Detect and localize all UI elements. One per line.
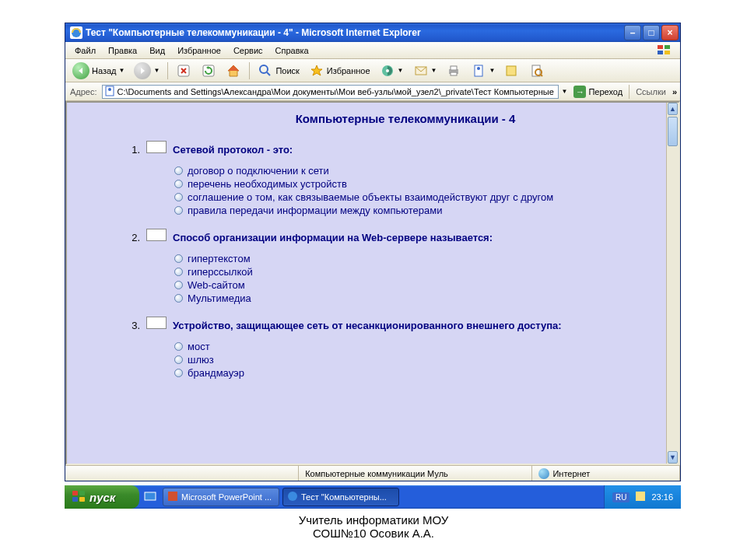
titlebar[interactable]: Тест "Компьютерные телекоммуникации - 4"… (65, 23, 680, 42)
show-desktop-icon[interactable] (144, 490, 156, 504)
start-label: пуск (89, 491, 115, 504)
q2-opt3: Web-сайтом (188, 279, 245, 291)
forward-button[interactable]: ▼ (130, 61, 163, 80)
address-label: Адрес: (68, 87, 99, 96)
toolbar: Назад ▼ ▼ Поиск Избранное ▼ ▼ ▼ (65, 59, 680, 82)
q3-opt1: мост (188, 341, 210, 352)
radio-icon[interactable] (174, 281, 183, 289)
svg-rect-1 (658, 45, 663, 49)
maximize-button[interactable]: □ (643, 25, 660, 40)
scroll-up-icon[interactable]: ▲ (668, 103, 678, 115)
q3-opt2: шлюз (188, 354, 214, 366)
question-2: 2. Способ организации информации на Web-… (160, 229, 651, 304)
menu-favorites[interactable]: Избранное (171, 44, 227, 57)
mail-button[interactable]: ▼ (409, 61, 441, 80)
task-ie-label: Тест "Компьютерны... (301, 492, 387, 502)
start-button[interactable]: пуск (65, 485, 139, 509)
menu-tools[interactable]: Сервис (227, 44, 269, 57)
edit-button[interactable]: ▼ (467, 61, 499, 80)
favorites-label: Избранное (327, 66, 370, 75)
go-button[interactable]: → Переход (570, 85, 626, 99)
task-powerpoint[interactable]: Microsoft PowerPoint ... (163, 488, 279, 506)
page-icon (104, 86, 115, 98)
scroll-down-icon[interactable]: ▼ (668, 451, 678, 464)
q1-opt1: договор о подключении к сети (188, 165, 329, 177)
q2-opt2: гиперссылкой (188, 266, 253, 278)
menubar: Файл Правка Вид Избранное Сервис Справка (65, 42, 680, 59)
q2-score-box[interactable] (146, 229, 167, 241)
statusbar: Компьютерные коммуникации Муль Интернет (65, 465, 680, 481)
slide-footer: Учитель информатики МОУ СОШ№10 Осовик А.… (0, 513, 747, 540)
footer-line1: Учитель информатики МОУ (0, 513, 747, 527)
page-body: Компьютерные телекоммуникации - 4 1. Сет… (67, 103, 666, 464)
close-button[interactable]: × (661, 25, 679, 40)
q1-opt2: перечень необходимых устройств (188, 178, 347, 190)
window-title: Тест "Компьютерные телекоммуникации - 4"… (86, 27, 624, 38)
browser-window: Тест "Компьютерные телекоммуникации - 4"… (65, 23, 681, 481)
system-tray: RU 23:16 (604, 485, 681, 509)
radio-icon[interactable] (174, 206, 183, 215)
svg-point-16 (477, 67, 480, 70)
q3-number: 3. (128, 320, 140, 331)
favorites-button[interactable]: Избранное (305, 61, 374, 80)
q1-opt4: правила передачи информации между компью… (188, 205, 442, 216)
menu-file[interactable]: Файл (68, 44, 102, 57)
svg-rect-24 (168, 492, 177, 501)
svg-line-8 (267, 72, 270, 75)
svg-rect-23 (145, 492, 156, 500)
radio-icon[interactable] (174, 254, 183, 263)
svg-rect-14 (451, 72, 457, 75)
footer-line2: СОШ№10 Осовик А.А. (0, 527, 747, 540)
menu-view[interactable]: Вид (143, 44, 171, 57)
svg-point-7 (260, 65, 268, 73)
refresh-button[interactable] (197, 61, 220, 80)
menu-edit[interactable]: Правка (102, 44, 143, 57)
task-ie[interactable]: Тест "Компьютерны... (282, 488, 399, 506)
radio-icon[interactable] (174, 166, 183, 175)
print-button[interactable] (442, 61, 465, 80)
q3-score-box[interactable] (146, 317, 167, 329)
page-title: Компьютерные телекоммуникации - 4 (160, 112, 651, 125)
lang-indicator[interactable]: RU (612, 492, 630, 502)
q3-opt3: брандмауэр (188, 367, 244, 379)
scroll-thumb[interactable] (668, 117, 678, 146)
research-button[interactable] (525, 61, 549, 80)
stop-button[interactable] (172, 61, 195, 80)
radio-icon[interactable] (174, 193, 183, 201)
address-input[interactable]: C:\Documents and Settings\Александра\Мои… (102, 85, 559, 99)
q1-score-box[interactable] (146, 141, 167, 153)
q1-number: 1. (128, 144, 140, 156)
q2-opt4: Мультимедиа (188, 292, 251, 304)
scrollbar[interactable]: ▲ ▼ (666, 103, 679, 464)
radio-icon[interactable] (174, 268, 183, 276)
radio-icon[interactable] (174, 294, 183, 303)
search-button[interactable]: Поиск (254, 61, 303, 80)
taskbar: пуск Microsoft PowerPoint ... Тест "Комп… (65, 485, 681, 509)
status-zone: Интернет (552, 469, 590, 478)
windows-logo-icon (72, 491, 86, 503)
powerpoint-icon (167, 491, 178, 503)
discuss-button[interactable] (500, 61, 524, 80)
go-label: Переход (588, 87, 622, 96)
svg-rect-13 (451, 66, 457, 70)
radio-icon[interactable] (174, 342, 183, 351)
task-powerpoint-label: Microsoft PowerPoint ... (181, 492, 272, 502)
radio-icon[interactable] (174, 180, 183, 188)
radio-icon[interactable] (174, 369, 183, 377)
back-button[interactable]: Назад ▼ (68, 61, 128, 80)
minimize-button[interactable]: – (624, 25, 641, 40)
radio-icon[interactable] (174, 355, 183, 364)
links-label[interactable]: Ссылки (633, 87, 669, 96)
clock[interactable]: 23:16 (651, 492, 673, 502)
media-button[interactable]: ▼ (376, 61, 408, 80)
ie-icon (287, 491, 298, 503)
svg-point-25 (288, 492, 297, 501)
back-label: Назад (92, 66, 117, 75)
status-doc: Компьютерные коммуникации Муль (299, 466, 532, 481)
tray-icon[interactable] (636, 492, 645, 502)
search-label: Поиск (275, 66, 299, 75)
question-3: 3. Устройство, защищающее сеть от несанк… (160, 317, 651, 379)
home-button[interactable] (222, 61, 245, 80)
svg-rect-3 (658, 51, 663, 54)
menu-help[interactable]: Справка (269, 44, 315, 57)
